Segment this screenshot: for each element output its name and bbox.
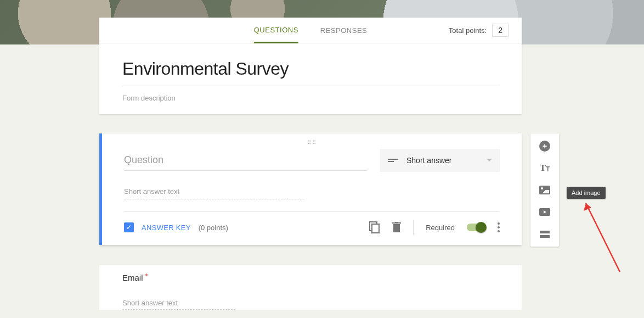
- add-question-button[interactable]: +: [539, 140, 551, 152]
- required-toggle[interactable]: [467, 224, 485, 231]
- total-points-label: Total points:: [449, 26, 487, 35]
- drag-handle[interactable]: ⠿⠿: [102, 133, 522, 148]
- short-answer-preview: Short answer text: [124, 184, 304, 199]
- svg-marker-6: [584, 203, 591, 211]
- email-question-label: Email: [122, 273, 143, 282]
- text-title-icon: TT: [540, 163, 550, 174]
- answer-key-check-icon: ✓: [124, 222, 134, 232]
- add-title-button[interactable]: TT: [539, 162, 551, 174]
- total-points: Total points: 2: [449, 24, 509, 37]
- email-question-card: Email * Short answer text: [99, 265, 522, 310]
- add-video-button[interactable]: [539, 206, 551, 218]
- required-indicator: *: [145, 272, 148, 280]
- duplicate-button[interactable]: [369, 221, 380, 233]
- add-section-button[interactable]: [539, 228, 551, 240]
- form-title-input[interactable]: Environmental Survey: [122, 59, 499, 79]
- email-answer-preview: Short answer text: [122, 297, 235, 310]
- delete-button[interactable]: [392, 222, 401, 233]
- section-icon: [540, 231, 550, 238]
- more-options-button[interactable]: [498, 222, 500, 232]
- total-points-value: 2: [492, 24, 509, 37]
- tab-responses[interactable]: RESPONSES: [320, 18, 367, 43]
- question-type-label: Short answer: [406, 156, 478, 165]
- svg-rect-4: [395, 222, 398, 223]
- required-label: Required: [426, 224, 455, 232]
- tooltip-add-image: Add image: [567, 187, 606, 199]
- add-image-button[interactable]: [539, 184, 551, 196]
- question-type-dropdown[interactable]: Short answer: [380, 149, 500, 172]
- plus-circle-icon: +: [539, 141, 550, 152]
- image-icon: [539, 186, 550, 194]
- video-icon: [539, 208, 550, 216]
- tab-questions[interactable]: QUESTIONS: [254, 18, 298, 43]
- answer-key-points: (0 points): [199, 224, 228, 232]
- form-header-card: QUESTIONS RESPONSES Total points: 2 Envi…: [99, 18, 522, 114]
- short-answer-icon: [388, 159, 398, 162]
- floating-toolbar: + TT: [530, 133, 559, 247]
- divider: [413, 220, 414, 235]
- drag-dots-icon: ⠿⠿: [307, 140, 317, 146]
- question-title-input[interactable]: Question: [124, 152, 367, 171]
- question-card-active: ⠿⠿ Question Short answer Short answer te…: [99, 133, 522, 245]
- svg-rect-1: [372, 224, 379, 233]
- svg-rect-2: [393, 224, 400, 232]
- annotation-arrow: [576, 198, 625, 275]
- trash-icon: [392, 222, 401, 233]
- copy-icon: [369, 221, 380, 233]
- chevron-down-icon: [487, 159, 492, 162]
- tabs-row: QUESTIONS RESPONSES Total points: 2: [99, 18, 522, 43]
- toggle-knob: [476, 222, 487, 233]
- answer-key-button[interactable]: ANSWER KEY: [142, 224, 191, 232]
- form-description-input[interactable]: Form description: [122, 94, 499, 102]
- svg-line-5: [586, 203, 620, 272]
